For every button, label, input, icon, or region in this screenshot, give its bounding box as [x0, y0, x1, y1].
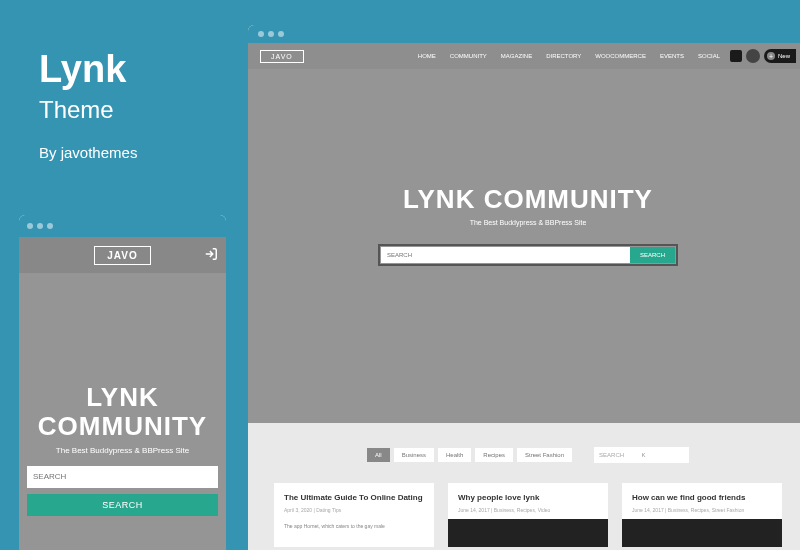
nav-item-social[interactable]: SOCIAL [698, 53, 720, 59]
search-wrapper [27, 465, 218, 488]
post-meta: June 14, 2017 | Business, Recipes, Video [458, 507, 598, 513]
traffic-dot [27, 223, 33, 229]
nav-item-directory[interactable]: DIRECTORY [546, 53, 581, 59]
traffic-dot [37, 223, 43, 229]
search-button[interactable]: SEARCH [630, 247, 675, 263]
hero: LYNK COMMUNITY The Best Buddypress & BBP… [248, 69, 800, 266]
search-input[interactable] [27, 466, 218, 488]
theme-title: Lynk [39, 50, 229, 88]
post-meta: June 14, 2017 | Business, Recipes, Stree… [632, 507, 772, 513]
avatar[interactable] [746, 49, 760, 63]
nav-item-events[interactable]: EVENTS [660, 53, 684, 59]
post-meta: April 3, 2020 | Dating Tips [284, 507, 424, 513]
hero-tagline: The Best Buddypress & BBPress Site [248, 219, 800, 226]
plus-icon: + [767, 52, 775, 60]
post-title: Why people love lynk [458, 493, 598, 503]
post-card[interactable]: Why people love lynk June 14, 2017 | Bus… [448, 483, 608, 547]
traffic-dot [47, 223, 53, 229]
hero-title: LYNK COMMUNITY [19, 383, 226, 440]
post-card[interactable]: The Ultimate Guide To Online Dating Apri… [274, 483, 434, 547]
hero-tagline: The Best Buddypress & BBPress Site [19, 446, 226, 455]
filter-chip-street-fashion[interactable]: Street Fashion [517, 448, 572, 462]
post-title: The Ultimate Guide To Online Dating [284, 493, 424, 503]
nav-icons: + New [730, 49, 796, 63]
filter-search-placeholder: SEARCH [599, 452, 642, 458]
search-row: SEARCH [378, 244, 678, 266]
nav-links: HOME COMMUNITY MAGAZINE DIRECTORY WOOCOM… [418, 53, 720, 59]
filter-chip-health[interactable]: Health [438, 448, 471, 462]
notification-icon[interactable] [730, 50, 742, 62]
search-button[interactable]: SEARCH [27, 494, 218, 516]
nav-item-woocommerce[interactable]: WOOCOMMERCE [595, 53, 646, 59]
main-nav: JAVO HOME COMMUNITY MAGAZINE DIRECTORY W… [248, 43, 800, 69]
logo[interactable]: JAVO [260, 50, 304, 63]
traffic-dot [278, 31, 284, 37]
post-image [448, 519, 608, 547]
post-card[interactable]: How can we find good friends June 14, 20… [622, 483, 782, 547]
mobile-viewport: JAVO LYNK COMMUNITY The Best Buddypress … [19, 237, 226, 550]
traffic-dot [268, 31, 274, 37]
mobile-preview: JAVO LYNK COMMUNITY The Best Buddypress … [19, 215, 226, 550]
theme-info: Lynk Theme By javothemes [39, 50, 229, 161]
mobile-header: JAVO [19, 237, 226, 273]
post-image [622, 519, 782, 547]
new-button[interactable]: + New [764, 49, 796, 63]
post-cards: The Ultimate Guide To Online Dating Apri… [264, 483, 792, 547]
filter-chip-recipes[interactable]: Recipes [475, 448, 513, 462]
theme-subtitle: Theme [39, 96, 229, 124]
filter-search[interactable]: SEARCH K [594, 447, 689, 463]
post-excerpt: The app Hornet, which caters to the gay … [284, 523, 424, 530]
filter-chip-business[interactable]: Business [394, 448, 434, 462]
kbd-shortcut: K [642, 452, 685, 458]
new-label: New [778, 53, 790, 59]
mobile-titlebar [19, 215, 226, 237]
desktop-preview: JAVO HOME COMMUNITY MAGAZINE DIRECTORY W… [248, 25, 800, 550]
logo[interactable]: JAVO [94, 246, 151, 265]
theme-author: By javothemes [39, 144, 229, 161]
login-icon[interactable] [204, 247, 218, 261]
nav-item-magazine[interactable]: MAGAZINE [501, 53, 532, 59]
desktop-hero: JAVO HOME COMMUNITY MAGAZINE DIRECTORY W… [248, 43, 800, 423]
nav-item-community[interactable]: COMMUNITY [450, 53, 487, 59]
post-title: How can we find good friends [632, 493, 772, 503]
filter-row: All Business Health Recipes Street Fashi… [264, 447, 792, 463]
nav-item-home[interactable]: HOME [418, 53, 436, 59]
desktop-titlebar [248, 25, 800, 43]
hero-title: LYNK COMMUNITY [248, 184, 800, 215]
search-input[interactable] [381, 247, 630, 263]
traffic-dot [258, 31, 264, 37]
filter-chip-all[interactable]: All [367, 448, 390, 462]
content-area: All Business Health Recipes Street Fashi… [248, 423, 800, 550]
